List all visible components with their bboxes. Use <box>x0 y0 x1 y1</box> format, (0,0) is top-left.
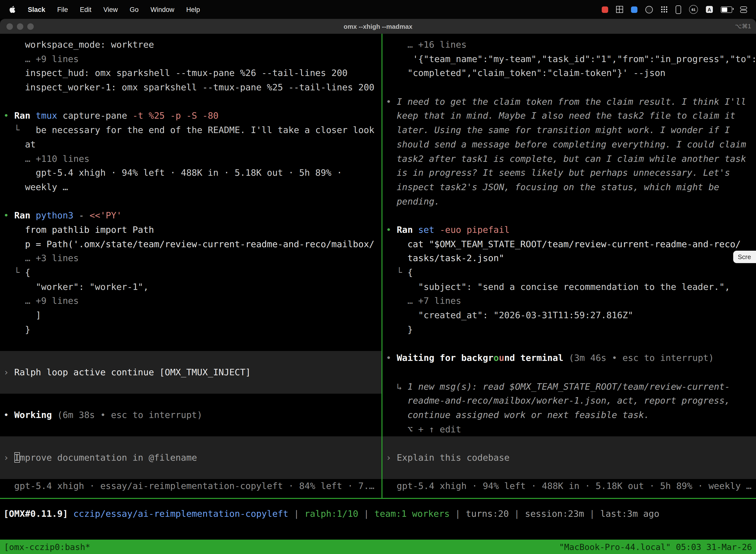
text-segment: team:1 workers <box>375 508 450 519</box>
text-segment: … +16 lines <box>386 39 466 50</box>
terminal-line <box>0 95 381 109</box>
queued-prompt[interactable]: › Ralph loop active continue [OMX_TMUX_I… <box>0 365 381 380</box>
status-icons: 61A <box>602 5 747 14</box>
window-grid-icon[interactable] <box>616 6 623 13</box>
output-line: └ { <box>382 266 756 280</box>
text-segment: (3m 46s • esc to interrupt) <box>563 352 714 363</box>
thinking-line: task2 after task1 is complete, but can I… <box>382 152 756 166</box>
text-segment: Ralph loop active continue [OMX_TMUX_INJ… <box>14 367 251 377</box>
prompt-input[interactable]: › Explain this codebase <box>382 451 756 465</box>
waiting-status: • Waiting for background terminal (3m 46… <box>382 351 756 365</box>
terminal-line: … +7 lines <box>382 294 756 308</box>
output-line: weekly … <box>0 180 381 195</box>
minimize-button[interactable] <box>17 23 23 30</box>
text-segment: "completed","claim_token":"claim-token"}… <box>386 68 666 78</box>
thinking-line: keep that in mind. Maybe I also need the… <box>382 109 756 123</box>
terminal-line: inspect_hud: omx sparkshell --tmux-pane … <box>0 66 381 80</box>
text-segment: • <box>386 224 397 235</box>
ran-command: • Ran tmux capture-pane -t %25 -p -S -80 <box>0 109 381 123</box>
text-segment: -euo pipefail <box>440 224 510 235</box>
right-pane[interactable]: … +16 lines '{"team_name":"my-team","tas… <box>382 34 756 502</box>
terminal-line <box>382 337 756 351</box>
text-segment: from pathlib import Path <box>3 224 154 235</box>
text-segment: u <box>499 352 504 363</box>
command-line: p = Path('.omx/state/team/review-current… <box>0 237 381 251</box>
text-segment: Explain this codebase <box>397 452 509 463</box>
thinking-line: inspect task2's JSON, focusing on the st… <box>382 180 756 195</box>
terminal-line: … +110 lines <box>0 152 381 166</box>
menu-file[interactable]: File <box>57 6 68 13</box>
text-segment: (6m 38s • esc to interrupt) <box>52 409 202 420</box>
title-bar: omx --xhigh --madmax ⌥⌘1 <box>0 19 756 34</box>
text-segment: nd terminal <box>504 352 563 363</box>
text-segment: cczip/essay/ai-reimplementation-copyleft <box>73 508 289 519</box>
battery-icon[interactable] <box>721 6 732 13</box>
keyboard-capsule-icon[interactable] <box>676 5 681 14</box>
battery-percent-icon[interactable]: 61 <box>689 5 698 14</box>
terminal-line <box>382 209 756 223</box>
zoom-button[interactable] <box>27 23 34 30</box>
screenshot-notification[interactable]: Scre <box>734 251 756 263</box>
output-line: "completed","claim_token":"claim-token"}… <box>382 66 756 80</box>
text-segment: - <box>79 210 89 221</box>
terminal-line <box>0 380 381 394</box>
terminal-line <box>0 465 381 479</box>
window-shortcut-hint: ⌥⌘1 <box>735 23 751 30</box>
terminal-line <box>382 80 756 95</box>
text-segment: tasks/task-2.json" <box>386 253 504 263</box>
text-segment: set <box>418 224 440 235</box>
text-segment: ⌥ + ↑ edit <box>386 424 461 434</box>
input-source-icon[interactable]: A <box>706 6 713 13</box>
apple-menu-icon[interactable] <box>9 5 16 13</box>
thinking-line: should send a message before completing … <box>382 137 756 152</box>
terminal-line: inspect_worker-1: omx sparkshell --tmux-… <box>0 80 381 95</box>
text-segment: gpt-5.4 xhigh · 94% left · 488K in · 5.1… <box>386 481 752 491</box>
text-segment: is in progress? It seems likely but perh… <box>386 167 730 178</box>
text-segment: session:23m <box>525 508 584 519</box>
pane-divider-horizontal[interactable] <box>0 498 756 499</box>
left-pane[interactable]: workspace_mode: worktree … +9 lines insp… <box>0 34 381 502</box>
close-button[interactable] <box>6 23 13 30</box>
menu-window[interactable]: Window <box>150 6 174 13</box>
text-segment: "created_at": "2026-03-31T11:59:27.816Z" <box>386 310 633 320</box>
dots-grid-icon[interactable] <box>661 6 668 13</box>
app-menu-slack[interactable]: Slack <box>28 6 45 13</box>
text-segment: -t %25 -p -S -80 <box>132 110 218 121</box>
text-segment: Ran <box>397 224 418 235</box>
text-segment: … +110 lines <box>3 153 89 164</box>
blue-app-icon[interactable] <box>631 6 637 13</box>
text-segment: weekly … <box>3 182 68 192</box>
menu-go[interactable]: Go <box>130 6 139 13</box>
text-segment: inspect_worker-1: omx sparkshell --tmux-… <box>3 82 375 92</box>
text-segment: should send a message before completing … <box>386 139 746 150</box>
screen-recording-stop-icon[interactable] <box>602 6 608 13</box>
terminal-line <box>382 465 756 479</box>
control-center-icon[interactable] <box>740 6 747 13</box>
menu-view[interactable]: View <box>104 6 118 13</box>
dark-app-icon[interactable] <box>645 6 653 13</box>
text-segment: └ <box>386 267 407 277</box>
tmux-status-bar: [omx-cczip0:bash* "MacBook-Pro-44.local"… <box>0 540 756 554</box>
terminal-line: … +9 lines <box>0 294 381 308</box>
text-segment: › <box>3 367 14 377</box>
text-segment: capture-pane <box>63 110 132 121</box>
text-segment: python3 <box>36 210 79 221</box>
text-segment: keep that in mind. Maybe I also need the… <box>386 110 736 121</box>
menu-items: FileEditViewGoWindowHelp <box>57 6 200 13</box>
text-segment: { <box>407 267 413 277</box>
text-segment: • <box>3 409 14 420</box>
text-segment: inspect_hud: omx sparkshell --tmux-pane … <box>3 68 348 78</box>
output-line: └ { <box>0 266 381 280</box>
menu-edit[interactable]: Edit <box>80 6 91 13</box>
window-title: omx --xhigh --madmax <box>343 22 412 30</box>
ran-command: • Ran python3 - <<'PY' <box>0 209 381 223</box>
terminal-line <box>0 351 381 365</box>
text-segment: { <box>25 267 30 277</box>
command-line: tasks/task-2.json" <box>382 252 756 266</box>
text-segment: • <box>3 110 14 121</box>
text-segment: } <box>3 324 30 335</box>
command-line: from pathlib import Path <box>0 223 381 237</box>
menu-help[interactable]: Help <box>186 6 200 13</box>
prompt-input[interactable]: › Improve documentation in @filename <box>0 451 381 465</box>
mailbox-note: continue assigned work or next feasible … <box>382 408 756 422</box>
